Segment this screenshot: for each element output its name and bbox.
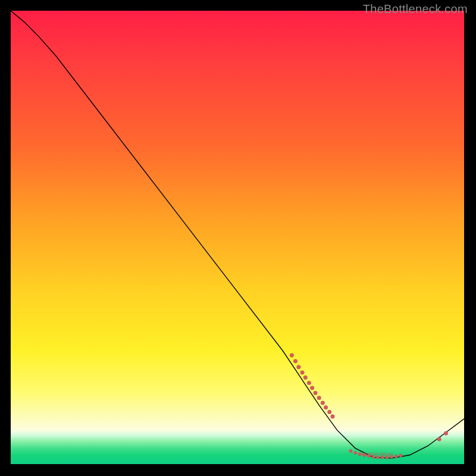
data-point [317,396,321,400]
data-point [321,401,324,405]
data-point [297,365,300,369]
data-point [314,391,317,394]
scatter-pair-right [437,431,448,441]
scatter-cluster-descending [290,353,334,418]
data-point [293,359,297,363]
data-point [303,375,307,379]
data-point [437,437,441,441]
data-point [444,431,447,435]
chart-overlay: NVIDIA 95040 [11,11,464,464]
data-point [311,386,314,390]
heatmap-background: NVIDIA 95040 [11,11,464,464]
data-point [331,415,334,418]
data-point [328,410,331,414]
point-label: NVIDIA 95040 [361,452,393,457]
watermark-text: TheBottleneck.com [363,2,468,16]
data-point [324,406,327,409]
data-point [300,371,304,374]
data-point [399,454,402,457]
data-point [290,353,293,357]
data-point [394,455,397,458]
data-point [349,449,352,452]
data-point [354,451,357,454]
bottleneck-curve [11,11,464,458]
chart-stage: NVIDIA 95040 TheBottleneck.com [0,0,476,476]
data-point [307,381,311,384]
